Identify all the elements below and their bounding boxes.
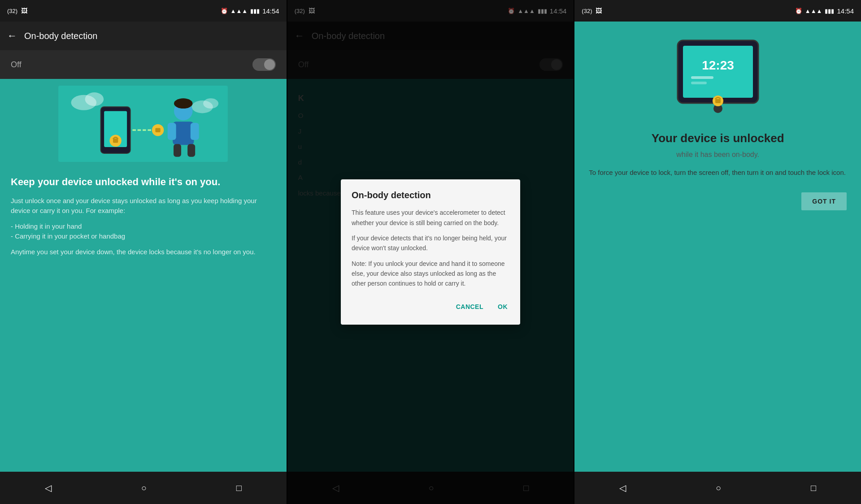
home-nav-icon-3[interactable]: ○ [709, 476, 728, 500]
signal-icon-3: ▲▲▲ [805, 8, 822, 14]
got-it-button[interactable]: GOT IT [801, 192, 847, 210]
phone-panel-1: (32) 🖼 ⏰ ▲▲▲ ▮▮▮ 14:54 ← On-body detecti… [0, 0, 287, 504]
battery-icon-3: ▮▮▮ [825, 8, 834, 14]
illustration-svg-1 [58, 86, 228, 162]
nav-bar-3: ◁ ○ □ [574, 472, 861, 504]
svg-rect-23 [691, 82, 707, 84]
app-bar-1: ← On-body detection [0, 22, 287, 50]
battery-icon: ▮▮▮ [250, 8, 260, 14]
on-body-dialog: On-body detection This feature uses your… [341, 179, 520, 325]
nav-bar-1: ◁ ○ □ [0, 472, 287, 504]
unlocked-title: Your device is unlocked [652, 131, 784, 145]
photo-icon: 🖼 [21, 7, 27, 14]
panel-3-content: 12:23 Your device is unlocked while it h… [574, 22, 861, 472]
svg-rect-8 [113, 139, 118, 143]
status-bar-left-3: (32) 🖼 [582, 7, 602, 14]
svg-rect-22 [691, 76, 713, 79]
svg-text:12:23: 12:23 [702, 58, 734, 72]
dialog-overlay: On-body detection This feature uses your… [287, 0, 574, 504]
svg-rect-16 [174, 144, 181, 156]
phone-panel-3: (32) 🖼 ⏰ ▲▲▲ ▮▮▮ 14:54 12:23 [574, 0, 861, 504]
cancel-button[interactable]: CANCEL [454, 300, 485, 314]
app-icon-32-3: (32) [582, 8, 592, 14]
svg-rect-14 [168, 123, 176, 140]
phone-panel-2: (32) 🖼 ⏰ ▲▲▲ ▮▮▮ 14:54 ← On-body detecti… [287, 0, 574, 504]
status-bar-right-3: ⏰ ▲▲▲ ▮▮▮ 14:54 [795, 7, 854, 15]
status-bar-3: (32) 🖼 ⏰ ▲▲▲ ▮▮▮ 14:54 [574, 0, 861, 22]
photo-icon-3: 🖼 [596, 7, 602, 14]
status-bar-right-1: ⏰ ▲▲▲ ▮▮▮ 14:54 [221, 7, 279, 15]
svg-rect-15 [191, 123, 199, 140]
body-text-1c: Anytime you set your device down, the de… [11, 247, 276, 257]
app-icon-32: (32) [7, 8, 17, 14]
back-nav-icon-1[interactable]: ◁ [38, 475, 59, 500]
recent-nav-icon-3[interactable]: □ [804, 476, 823, 500]
back-nav-icon-3[interactable]: ◁ [612, 475, 633, 500]
time-display-1: 14:54 [262, 7, 279, 15]
dialog-body-1: This feature uses your device's accelero… [352, 208, 509, 228]
home-nav-icon-1[interactable]: ○ [134, 476, 154, 500]
signal-icon: ▲▲▲ [230, 8, 248, 14]
unlocked-sub: while it has been on-body. [676, 151, 759, 159]
svg-point-18 [174, 98, 193, 109]
app-bar-title-1: On-body detection [24, 31, 97, 41]
main-heading-1: Keep your device unlocked while it's on … [11, 176, 276, 189]
alarm-icon: ⏰ [221, 8, 228, 14]
svg-rect-26 [715, 99, 721, 103]
dialog-body-3: Note: If you unlock your device and hand… [352, 259, 509, 289]
svg-rect-11 [156, 128, 161, 132]
recent-nav-icon-1[interactable]: □ [229, 476, 249, 500]
toggle-switch-1[interactable] [252, 58, 276, 71]
svg-point-2 [85, 92, 104, 106]
text-content-1: Keep your device unlocked while it's on … [0, 169, 287, 472]
toggle-label-1: Off [11, 60, 22, 70]
tablet-illustration: 12:23 [669, 36, 767, 121]
svg-point-4 [203, 98, 218, 109]
unlocked-body: To force your device to lock, turn the s… [589, 168, 847, 178]
alarm-icon-3: ⏰ [795, 8, 802, 14]
toggle-row-1: Off [0, 50, 287, 79]
dialog-body-2: If your device detects that it's no long… [352, 233, 509, 253]
got-it-container: GOT IT [589, 192, 847, 210]
dialog-actions: CANCEL OK [352, 300, 509, 314]
body-text-1b: - Holding it in your hand- Carrying it i… [11, 222, 276, 242]
ok-button[interactable]: OK [496, 300, 509, 314]
status-bar-left-1: (32) 🖼 [7, 7, 27, 14]
illustration-1 [0, 79, 287, 169]
back-button-1[interactable]: ← [7, 30, 17, 42]
body-text-1a: Just unlock once and your device stays u… [11, 196, 276, 216]
svg-rect-17 [187, 144, 195, 156]
status-bar-1: (32) 🖼 ⏰ ▲▲▲ ▮▮▮ 14:54 [0, 0, 287, 22]
dialog-title: On-body detection [352, 190, 509, 200]
time-display-3: 14:54 [837, 7, 854, 15]
content-area-1: Keep your device unlocked while it's on … [0, 79, 287, 472]
tablet-svg: 12:23 [669, 36, 767, 119]
